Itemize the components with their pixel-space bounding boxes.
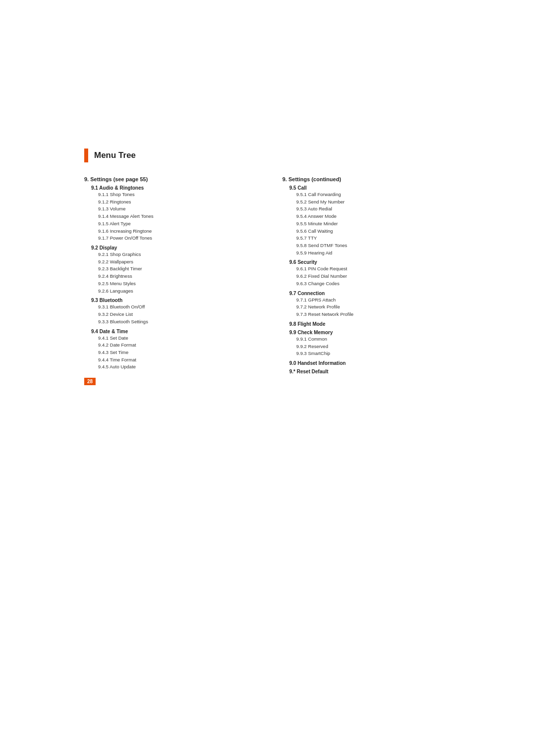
subsection-audio-ringtones: 9.1 Audio & Ringtones [84,185,253,191]
right-column: 9. Settings (continued) 9.5 Call 9.5.1 C… [282,176,451,385]
list-item: 9.2.2 Wallpapers [84,258,253,266]
subsection-bluetooth: 9.3 Bluetooth [84,298,253,303]
list-item: 9.6.3 Change Codes [282,280,451,288]
list-item: 9.4.1 Set Date [84,335,253,342]
left-section-title: 9. Settings (see page 55) [84,176,253,182]
subsection-call: 9.5 Call [282,185,451,191]
list-item: 9.1.7 Power On/Off Tones [84,235,253,242]
list-item: 9.7.2 Network Profile [282,303,451,311]
menu-tree-header: Menu Tree [84,149,451,162]
list-item: 9.5.2 Send My Number [282,199,451,206]
list-item: 9.5.3 Auto Redial [282,205,451,213]
list-item: 9.7.3 Reset Network Profile [282,311,451,318]
right-section-title: 9. Settings (continued) [282,176,451,182]
subsection-security: 9.6 Security [282,259,451,265]
list-item: 9.1.1 Shop Tones [84,191,253,199]
list-item: 9.1.4 Message Alert Tones [84,213,253,220]
orange-bar-icon [84,149,88,162]
list-item: 9.4.5 Auto Update [84,363,253,371]
list-item: 9.6.1 PIN Code Request [282,265,451,273]
list-item: 9.4.3 Set Time [84,349,253,356]
list-item: 9.5.4 Answer Mode [282,213,451,220]
list-item: 9.6.2 Fixed Dial Number [282,273,451,280]
left-column: 9. Settings (see page 55) 9.1 Audio & Ri… [84,176,253,385]
list-item: 9.5.8 Send DTMF Tones [282,242,451,250]
menu-tree-title: Menu Tree [94,151,136,160]
columns-container: 9. Settings (see page 55) 9.1 Audio & Ri… [84,176,451,385]
list-item: 9.1.5 Alert Type [84,220,253,228]
subsection-date-time: 9.4 Date & Time [84,329,253,334]
list-item: 9.4.4 Time Format [84,356,253,364]
list-item: 9.7.1 GPRS Attach [282,297,451,304]
list-item: 9.2.6 Languages [84,288,253,295]
list-item: 9.4.2 Date Format [84,342,253,349]
list-item: 9.9.1 Common [282,336,451,343]
list-item: 9.1.2 Ringtones [84,199,253,206]
subsection-display: 9.2 Display [84,245,253,251]
list-item: 9.5.7 TTY [282,235,451,242]
list-item: 9.2.3 Backlight Timer [84,265,253,273]
subsection-flight-mode: 9.8 Flight Mode [282,321,451,327]
list-item: 9.5.5 Minute Minder [282,220,451,228]
page-number: 28 [84,378,96,385]
list-item: 9.5.1 Call Forwarding [282,191,451,199]
subsection-check-memory: 9.9 Check Memory [282,330,451,335]
list-item: 9.2.1 Shop Graphics [84,251,253,258]
list-item: 9.1.6 Increasing Ringtone [84,228,253,235]
subsection-reset-default: 9.* Reset Default [282,369,451,374]
list-item: 9.9.3 SmartChip [282,350,451,357]
list-item: 9.5.9 Hearing Aid [282,250,451,257]
list-item: 9.5.6 Call Waiting [282,228,451,235]
list-item: 9.2.4 Brightness [84,273,253,280]
subsection-connection: 9.7 Connection [282,291,451,296]
list-item: 9.3.1 Bluetooth On/Off [84,303,253,311]
list-item: 9.1.3 Volume [84,205,253,213]
list-item: 9.3.3 Bluetooth Settings [84,318,253,326]
list-item: 9.9.2 Reserved [282,343,451,351]
list-item: 9.2.5 Menu Styles [84,280,253,288]
subsection-handset-info: 9.0 Handset Information [282,360,451,366]
list-item: 9.3.2 Device List [84,311,253,318]
